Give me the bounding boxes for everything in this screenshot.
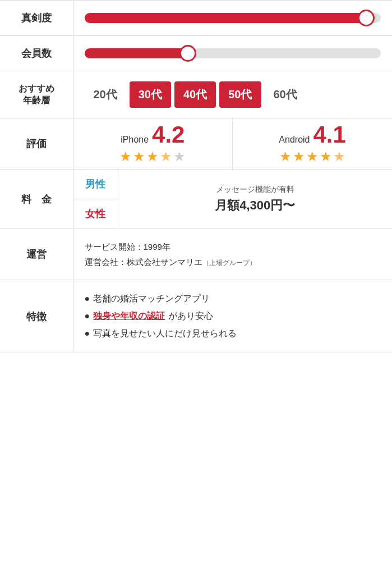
operation-line-2: 運営会社：株式会社サンマリエ（上場グループ） bbox=[85, 254, 381, 269]
a-star-2: ★ bbox=[293, 149, 305, 165]
seriousness-track bbox=[85, 13, 381, 23]
age-range-label: おすすめ年齢層 bbox=[0, 71, 73, 118]
feature-item-2: 独身や年収の認証があり安心 bbox=[85, 308, 381, 325]
iphone-rating: iPhone 4.2 ★ ★ ★ ★ ★ bbox=[73, 118, 233, 169]
seriousness-content bbox=[73, 1, 392, 36]
members-thumb bbox=[179, 45, 196, 62]
iphone-rating-row: iPhone 4.2 bbox=[121, 123, 185, 147]
price-detail: メッセージ機能が有料 月額4,300円〜 bbox=[118, 170, 393, 229]
age-range-items: 20代 30代 40代 50代 60代 bbox=[85, 81, 381, 108]
android-rating: Android 4.1 ★ ★ ★ ★ ★ bbox=[233, 118, 392, 169]
iphone-platform: iPhone bbox=[121, 135, 149, 145]
members-slider bbox=[85, 46, 381, 61]
members-label: 会員数 bbox=[0, 36, 73, 71]
info-table: 真剣度 会員数 おすすめ年齢層 20代 bbox=[0, 0, 392, 353]
star-3: ★ bbox=[146, 149, 159, 165]
age-60s: 60代 bbox=[265, 81, 306, 108]
seriousness-slider bbox=[85, 11, 381, 25]
seriousness-label: 真剣度 bbox=[0, 1, 73, 36]
operation-line-1: サービス開始：1999年 bbox=[85, 239, 381, 254]
a-star-3: ★ bbox=[306, 149, 319, 165]
gender-column: 男性 女性 bbox=[73, 170, 118, 229]
members-fill bbox=[85, 48, 188, 58]
price-amount: 月額4,300円〜 bbox=[215, 197, 295, 214]
star-4: ★ bbox=[160, 149, 172, 165]
price-row: 料 金 男性 女性 メッセージ機能が有料 月額4,300円〜 bbox=[0, 170, 392, 229]
price-note: メッセージ機能が有料 bbox=[216, 185, 294, 195]
members-track bbox=[85, 48, 381, 58]
feature-highlight: 独身や年収の認証 bbox=[93, 310, 165, 322]
male-label: 男性 bbox=[73, 170, 118, 199]
seriousness-row: 真剣度 bbox=[0, 1, 392, 36]
a-star-1: ★ bbox=[279, 149, 292, 165]
android-stars: ★ ★ ★ ★ ★ bbox=[279, 149, 345, 165]
features-label: 特徴 bbox=[0, 280, 73, 353]
iphone-score: 4.2 bbox=[152, 123, 185, 147]
female-label: 女性 bbox=[73, 199, 118, 229]
star-2: ★ bbox=[133, 149, 145, 165]
android-rating-row: Android 4.1 bbox=[279, 123, 346, 147]
feature-item-1: 老舗の婚活マッチングアプリ bbox=[85, 290, 381, 308]
price-label: 料 金 bbox=[0, 170, 73, 229]
a-star-5: ★ bbox=[333, 149, 345, 165]
rating-row: 評価 iPhone 4.2 ★ ★ ★ ★ ★ bbox=[0, 118, 392, 170]
operation-text: サービス開始：1999年 運営会社：株式会社サンマリエ（上場グループ） bbox=[85, 239, 381, 269]
seriousness-fill bbox=[85, 13, 366, 23]
age-30s: 30代 bbox=[130, 81, 171, 108]
iphone-stars: ★ ★ ★ ★ ★ bbox=[119, 149, 186, 165]
rating-label: 評価 bbox=[0, 118, 73, 170]
android-platform: Android bbox=[279, 135, 310, 145]
features-content: 老舗の婚活マッチングアプリ 独身や年収の認証があり安心 写真を見せたい人にだけ見… bbox=[73, 280, 392, 353]
seriousness-thumb bbox=[358, 10, 375, 26]
operation-note: （上場グループ） bbox=[202, 259, 256, 267]
a-star-4: ★ bbox=[320, 149, 332, 165]
operation-content: サービス開始：1999年 運営会社：株式会社サンマリエ（上場グループ） bbox=[73, 229, 392, 280]
rating-content: iPhone 4.2 ★ ★ ★ ★ ★ Android 4.1 bbox=[73, 118, 392, 170]
members-row: 会員数 bbox=[0, 36, 392, 71]
age-range-row: おすすめ年齢層 20代 30代 40代 50代 60代 bbox=[0, 71, 392, 118]
star-1: ★ bbox=[119, 149, 132, 165]
price-content: 男性 女性 メッセージ機能が有料 月額4,300円〜 bbox=[73, 170, 392, 229]
rating-section: iPhone 4.2 ★ ★ ★ ★ ★ Android 4.1 bbox=[73, 118, 393, 169]
price-section: 男性 女性 メッセージ機能が有料 月額4,300円〜 bbox=[73, 170, 393, 229]
age-40s: 40代 bbox=[174, 81, 216, 108]
age-range-content: 20代 30代 40代 50代 60代 bbox=[73, 71, 392, 118]
star-5: ★ bbox=[173, 149, 186, 165]
age-50s: 50代 bbox=[219, 81, 261, 108]
operation-row: 運営 サービス開始：1999年 運営会社：株式会社サンマリエ（上場グループ） bbox=[0, 229, 392, 280]
age-20s: 20代 bbox=[85, 81, 126, 108]
features-row: 特徴 老舗の婚活マッチングアプリ 独身や年収の認証があり安心 写真を見せたい人に… bbox=[0, 280, 392, 353]
android-score: 4.1 bbox=[313, 123, 346, 147]
operation-label: 運営 bbox=[0, 229, 73, 280]
features-list: 老舗の婚活マッチングアプリ 独身や年収の認証があり安心 写真を見せたい人にだけ見… bbox=[85, 290, 381, 342]
feature-item-3: 写真を見せたい人にだけ見せられる bbox=[85, 325, 381, 342]
members-content bbox=[73, 36, 392, 71]
